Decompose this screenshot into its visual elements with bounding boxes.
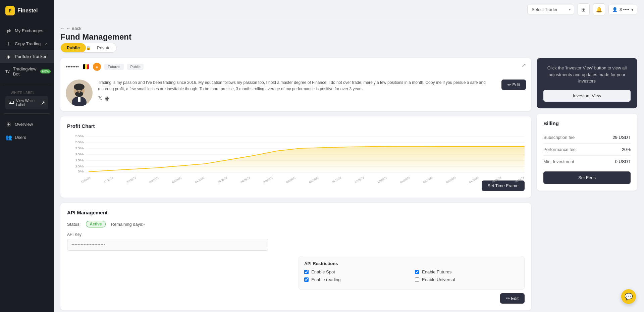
white-label-text: View White Label [16, 99, 39, 107]
svg-text:20%: 20% [75, 153, 84, 156]
enable-reading-row: Enable reading [304, 277, 408, 282]
billing-investment-row: Min. Investment 0 USDT [543, 156, 631, 167]
enable-futures-row: Enable Futures [415, 269, 519, 274]
svg-point-5 [74, 84, 85, 90]
sidebar-item-portfolio-tracker[interactable]: ◈ Portfolio Tracker [0, 50, 54, 63]
billing-subscription-row: Subscription fee 29 USDT [543, 132, 631, 144]
sidebar-divider-1 [4, 84, 50, 84]
profile-edit-btn[interactable]: ✏ Edit [501, 80, 526, 90]
api-management-card: API Management Status: Active Remaining … [60, 203, 531, 310]
enable-spot-label: Enable Spot [311, 269, 335, 274]
profile-card: •••••••• 🇧🇪 ◈ Futures Public ↗ [60, 58, 531, 111]
billing-card: Billing Subscription fee 29 USDT Perform… [537, 114, 637, 191]
back-arrow-icon: ← [60, 26, 65, 31]
avatar [66, 80, 93, 106]
logo-icon: F [5, 6, 15, 15]
visibility-toggle: Public 🔒 Private [60, 43, 117, 53]
page-title: Fund Management [60, 32, 637, 42]
svg-rect-3 [78, 97, 80, 102]
white-label-tag[interactable]: 🏷 View White Label ↗ [5, 96, 48, 109]
active-badge: Active [86, 221, 105, 227]
left-column: •••••••• 🇧🇪 ◈ Futures Public ↗ [60, 58, 531, 310]
main-nav: ⇄ My Exchanges ↕ Copy Trading ↗ ◈ Portfo… [0, 21, 54, 83]
main-area: Select Trader ⊞ 🔔 👤 $ •••• ▾ ← ← Back Fu… [54, 0, 644, 312]
new-badge: NEW [40, 69, 51, 73]
chart-title: Profit Chart [67, 123, 525, 129]
sub-nav: ⊞ Overview 👥 Users [0, 115, 54, 147]
app-name: Finestel [17, 8, 38, 14]
x-axis-labels: 12/01/21 12/31/21 01/30/22 03/01/22 03/3… [67, 178, 525, 181]
api-key-input[interactable] [67, 239, 268, 251]
tradingview-icon: TV [5, 70, 10, 73]
investment-label: Min. Investment [543, 159, 574, 164]
user-menu[interactable]: 👤 $ •••• ▾ [608, 5, 637, 14]
svg-text:5%: 5% [77, 170, 84, 173]
support-icon: 💬 [625, 293, 633, 301]
twitter-icon[interactable]: 𝕏 [98, 95, 102, 101]
enable-futures-checkbox[interactable] [415, 270, 419, 274]
svg-text:10%: 10% [75, 165, 84, 168]
sidebar-item-label: Users [15, 135, 26, 140]
svg-text:30%: 30% [75, 141, 84, 144]
bell-icon-btn[interactable]: 🔔 [593, 3, 605, 15]
sidebar-item-label: Copy Trading [15, 41, 41, 46]
checkboxes-grid: Enable Spot Enable Futures Enable readin… [304, 269, 519, 285]
futures-tag: Futures [104, 64, 123, 70]
instagram-icon[interactable]: ◉ [105, 95, 110, 101]
portfolio-icon: ◈ [5, 53, 11, 60]
sidebar-item-exchanges[interactable]: ⇄ My Exchanges [0, 24, 54, 37]
share-btn[interactable]: ↗ [522, 62, 526, 68]
back-link[interactable]: ← ← Back [60, 26, 82, 31]
private-btn[interactable]: Private [91, 43, 116, 52]
enable-reading-label: Enable reading [311, 277, 340, 282]
tag-icon: 🏷 [9, 100, 14, 106]
api-edit-btn[interactable]: ✏ Edit [500, 293, 525, 304]
vis-divider: 🔒 [86, 46, 91, 50]
content-area: ← ← Back Fund Management Public 🔒 Privat… [54, 19, 644, 312]
trader-select[interactable]: Select Trader [527, 5, 574, 14]
enable-universal-row: Enable Universal [415, 277, 519, 282]
public-btn[interactable]: Public [61, 43, 86, 52]
sidebar-item-label: Tradingview Bot [13, 66, 37, 76]
trader-select-wrap[interactable]: Select Trader [527, 5, 574, 14]
topbar: Select Trader ⊞ 🔔 👤 $ •••• ▾ [54, 0, 644, 19]
sidebar: F Finestel ⇄ My Exchanges ↕ Copy Trading… [0, 0, 54, 312]
svg-text:15%: 15% [75, 159, 84, 162]
api-edit-row: ✏ Edit [67, 293, 525, 304]
enable-futures-label: Enable Futures [422, 269, 451, 274]
svg-text:25%: 25% [75, 147, 84, 150]
sidebar-item-copy-trading[interactable]: ↕ Copy Trading ↗ [0, 37, 54, 50]
sidebar-item-label: Portfolio Tracker [15, 54, 47, 59]
sidebar-item-label: Overview [15, 122, 33, 127]
api-restrictions-grid: API Restrictions Enable Spot Enable Futu… [67, 256, 525, 290]
app-logo[interactable]: F Finestel [0, 0, 54, 21]
profile-name: •••••••• [66, 64, 79, 69]
sidebar-item-users[interactable]: 👥 Users [0, 131, 54, 144]
enable-spot-checkbox[interactable] [304, 270, 309, 274]
enable-spot-row: Enable Spot [304, 269, 408, 274]
set-fees-btn[interactable]: Set Fees [543, 171, 631, 184]
investors-view-btn[interactable]: Investors View [543, 90, 631, 102]
white-label-section: White Label 🏷 View White Label ↗ [0, 86, 54, 112]
sidebar-item-overview[interactable]: ⊞ Overview [0, 118, 54, 131]
subscription-value: 29 USDT [613, 135, 631, 140]
flag-icon: 🇧🇪 [82, 63, 90, 70]
svg-text:35%: 35% [75, 135, 84, 138]
api-key-label: API Key [67, 232, 525, 237]
grid-icon-btn[interactable]: ⊞ [578, 3, 590, 15]
api-meta: Status: Active Remaining days:- [67, 221, 525, 227]
user-icon: 👤 [612, 7, 618, 12]
support-bubble[interactable]: 💬 [621, 289, 636, 304]
enable-universal-label: Enable Universal [422, 277, 455, 282]
enable-universal-checkbox[interactable] [415, 277, 419, 282]
social-icons: 𝕏 ◉ [98, 95, 496, 101]
external-link-icon: ↗ [45, 42, 47, 46]
svg-point-7 [76, 89, 78, 91]
billing-performance-row: Performance fee 20% [543, 144, 631, 156]
investment-value: 0 USDT [615, 159, 631, 164]
main-grid: •••••••• 🇧🇪 ◈ Futures Public ↗ [60, 58, 637, 310]
sidebar-item-tradingview-bot[interactable]: TV Tradingview Bot NEW [0, 63, 54, 80]
enable-reading-checkbox[interactable] [304, 277, 309, 282]
performance-value: 20% [622, 147, 631, 152]
chart-container: 35% 30% 25% 20% 15% 10% 5% [67, 133, 525, 176]
